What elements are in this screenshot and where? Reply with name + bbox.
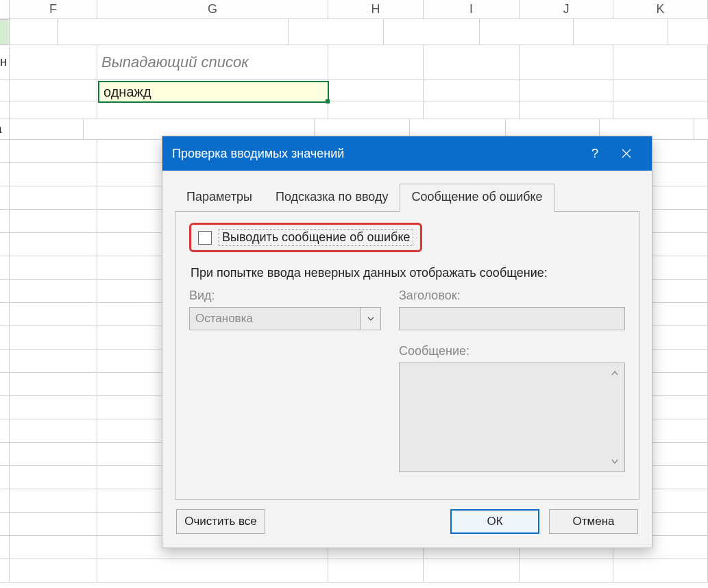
cell[interactable] <box>10 513 97 535</box>
cell[interactable] <box>328 559 424 582</box>
cell[interactable] <box>0 559 10 582</box>
tab-parameters[interactable]: Параметры <box>175 184 264 212</box>
cell[interactable] <box>10 163 97 186</box>
column-header-F[interactable]: F <box>10 0 97 19</box>
message-textarea[interactable] <box>399 363 625 472</box>
cell[interactable] <box>10 443 97 465</box>
cell[interactable] <box>58 19 289 45</box>
cell[interactable] <box>97 559 328 582</box>
cell[interactable] <box>520 79 613 101</box>
cell[interactable] <box>0 303 10 326</box>
cell[interactable] <box>0 101 10 119</box>
cell[interactable] <box>10 396 97 419</box>
scroll-down-button[interactable] <box>608 455 622 469</box>
cell[interactable] <box>613 101 708 119</box>
cell[interactable] <box>10 373 97 395</box>
cell[interactable] <box>289 19 384 45</box>
cell[interactable] <box>0 210 10 232</box>
clear-all-button[interactable]: Очистить все <box>176 509 265 534</box>
cell[interactable] <box>424 101 520 119</box>
cell[interactable] <box>10 466 97 489</box>
cell[interactable] <box>574 19 668 45</box>
help-button[interactable]: ? <box>579 136 611 171</box>
cell[interactable] <box>10 79 97 101</box>
cell[interactable] <box>613 79 708 101</box>
cell[interactable] <box>520 101 613 119</box>
scroll-up-button[interactable] <box>608 366 622 380</box>
tab-error-message[interactable]: Сообщение об ошибке <box>400 184 554 212</box>
cell[interactable] <box>10 186 97 209</box>
table-row <box>0 101 708 119</box>
cell[interactable] <box>613 45 708 79</box>
cell[interactable] <box>10 419 97 442</box>
cell[interactable] <box>10 140 97 162</box>
kind-combobox[interactable]: Остановка <box>189 307 381 330</box>
cell[interactable] <box>10 233 97 256</box>
ok-button[interactable]: ОК <box>450 509 539 534</box>
cell[interactable] <box>0 186 10 209</box>
cell[interactable] <box>328 79 424 101</box>
cancel-button[interactable]: Отмена <box>549 509 638 534</box>
cell[interactable] <box>0 396 10 419</box>
cell[interactable] <box>0 373 10 395</box>
close-button[interactable] <box>611 136 642 171</box>
cell[interactable] <box>0 256 10 279</box>
dialog-titlebar[interactable]: Проверка вводимых значений ? <box>162 136 652 171</box>
cell[interactable] <box>0 280 10 302</box>
cell[interactable] <box>10 119 84 139</box>
cell[interactable] <box>424 45 520 79</box>
cell[interactable] <box>10 350 97 372</box>
cell[interactable] <box>0 326 10 349</box>
cell[interactable] <box>424 559 520 582</box>
cell[interactable] <box>0 513 10 535</box>
cell[interactable] <box>328 101 424 119</box>
cell[interactable] <box>0 140 10 162</box>
column-header-G[interactable]: G <box>97 0 328 19</box>
cell[interactable] <box>613 559 708 582</box>
tab-input-hint[interactable]: Подсказка по вводу <box>264 184 400 212</box>
column-header-I[interactable]: I <box>424 0 520 19</box>
kind-dropdown-button[interactable] <box>361 307 381 330</box>
cell-fragment[interactable]: н <box>0 45 10 79</box>
cell[interactable] <box>0 163 10 186</box>
cell[interactable] <box>0 419 10 442</box>
cell[interactable] <box>0 466 10 489</box>
cell[interactable] <box>10 19 58 45</box>
cell[interactable] <box>10 559 97 582</box>
cell[interactable] <box>10 303 97 326</box>
cell[interactable] <box>0 443 10 465</box>
cell[interactable] <box>10 489 97 512</box>
active-editing-cell[interactable]: однажд <box>98 81 329 103</box>
cell[interactable] <box>0 350 10 372</box>
column-header-J[interactable]: J <box>520 0 613 19</box>
column-header-K[interactable]: K <box>613 0 708 19</box>
cell[interactable] <box>480 19 574 45</box>
cell[interactable] <box>97 101 328 119</box>
title-input[interactable] <box>399 307 625 330</box>
cell[interactable] <box>10 280 97 302</box>
fill-handle[interactable] <box>326 99 330 103</box>
highlighted-cell[interactable] <box>0 19 10 45</box>
cell[interactable] <box>10 256 97 279</box>
dropdown-header-cell[interactable]: Выпадающий список <box>97 45 328 79</box>
cell[interactable] <box>0 233 10 256</box>
show-error-checkbox[interactable] <box>198 231 212 245</box>
cell[interactable] <box>10 536 97 559</box>
cell[interactable] <box>328 45 424 79</box>
cell[interactable] <box>424 79 520 101</box>
tab-panel-error: Выводить сообщение об ошибке При попытке… <box>175 211 639 500</box>
cell[interactable] <box>384 19 480 45</box>
cell[interactable] <box>0 489 10 512</box>
cell-fragment[interactable]: ма <box>0 119 10 139</box>
cell[interactable] <box>0 536 10 559</box>
table-row <box>0 559 708 583</box>
cell[interactable] <box>520 559 613 582</box>
column-headers: F G H I J K <box>0 0 708 19</box>
cell[interactable] <box>520 45 613 79</box>
cell[interactable] <box>10 210 97 232</box>
cell[interactable] <box>10 45 97 79</box>
column-header-H[interactable]: H <box>328 0 424 19</box>
cell[interactable] <box>10 326 97 349</box>
cell[interactable] <box>10 101 97 119</box>
cell[interactable] <box>0 79 10 101</box>
